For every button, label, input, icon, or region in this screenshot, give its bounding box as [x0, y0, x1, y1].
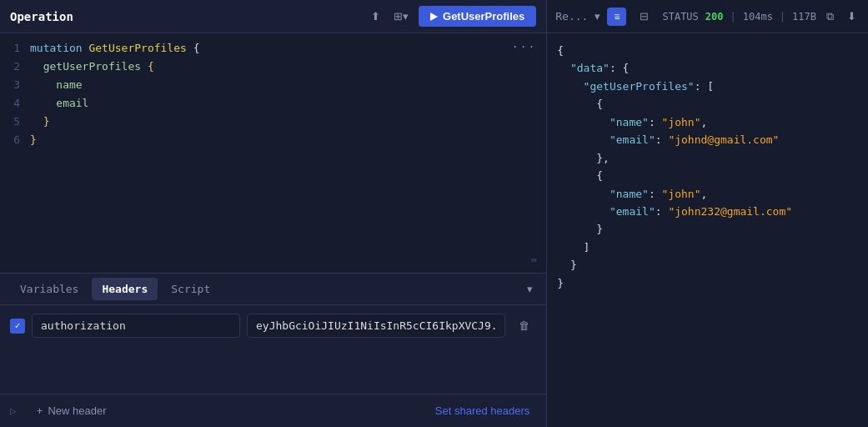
checkmark-icon: ✓	[15, 320, 21, 331]
new-header-button[interactable]: + New header	[30, 401, 113, 420]
code-token: }	[30, 115, 49, 128]
shared-headers-button[interactable]: Set shared headers	[429, 401, 536, 420]
response-time: 104ms	[743, 11, 773, 23]
json-line: }	[557, 220, 858, 238]
layers-button[interactable]: ⊞ ▾	[390, 7, 412, 26]
code-token: }	[30, 133, 37, 146]
play-icon	[430, 13, 438, 21]
left-panel: Operation ⬆ ⊞ ▾ GetUserProfiles ··· 1mut…	[0, 0, 547, 427]
trash-icon: 🗑	[519, 319, 529, 332]
tab-variables[interactable]: Variables	[10, 278, 88, 300]
line-number: 4	[0, 95, 30, 113]
code-line: 3 name	[0, 77, 546, 95]
table-view-icon: ⊟	[640, 10, 649, 23]
table-view-button[interactable]: ⊟	[633, 7, 655, 26]
code-line: 4 email	[0, 95, 546, 113]
plus-icon: +	[37, 404, 43, 417]
line-content: name	[30, 77, 546, 94]
list-view-icon: ≡	[614, 11, 620, 23]
copy-response-button[interactable]: ⧉	[823, 7, 837, 27]
code-lines: 1mutation GetUserProfiles {2 getUserProf…	[0, 40, 546, 150]
code-token: name	[30, 78, 83, 91]
headers-content: ✓ 🗑	[0, 305, 546, 394]
json-line: {	[557, 167, 858, 184]
line-content: }	[30, 113, 546, 131]
line-number: 6	[0, 132, 30, 149]
right-panel: Re... ▾ ≡ ⊟ STATUS 200 | 104ms | 117B ⧉	[547, 0, 868, 427]
download-icon: ⬇	[847, 10, 856, 23]
code-token: getUserProfiles	[30, 60, 141, 73]
operation-header: Operation ⬆ ⊞ ▾ GetUserProfiles	[0, 0, 546, 33]
new-header-label: New header	[48, 404, 106, 417]
code-line: 2 getUserProfiles {	[0, 58, 546, 77]
json-line: ]	[557, 239, 858, 256]
line-number: 5	[0, 113, 30, 131]
json-line: {	[557, 95, 858, 113]
status-label: STATUS	[662, 11, 698, 23]
header-actions: ⬆ ⊞ ▾ GetUserProfiles	[368, 6, 536, 27]
main-layout: Operation ⬆ ⊞ ▾ GetUserProfiles ··· 1mut…	[0, 0, 868, 427]
line-number: 3	[0, 77, 30, 94]
status-code: 200	[705, 11, 724, 23]
chevron-icon: ▾	[403, 10, 409, 23]
chevron-down-icon: ▾	[595, 10, 600, 23]
header-checkbox[interactable]: ✓	[10, 319, 25, 334]
json-line: {	[557, 42, 858, 59]
status-badge: STATUS 200 | 104ms | 117B	[662, 11, 816, 23]
response-chevron-button[interactable]: ▾	[595, 10, 600, 23]
code-token: GetUserProfiles	[88, 42, 186, 54]
delete-header-button[interactable]: 🗑	[512, 316, 536, 335]
list-view-button[interactable]: ≡	[607, 8, 626, 26]
tab-script[interactable]: Script	[161, 278, 220, 300]
run-button-label: GetUserProfiles	[443, 10, 524, 23]
code-line: 6}	[0, 132, 546, 150]
json-line: "email": "johnd@gmail.com"	[557, 131, 858, 148]
operation-title: Operation	[10, 10, 73, 23]
json-line: }	[557, 274, 858, 292]
code-token: mutation	[30, 42, 88, 54]
code-token: email	[30, 97, 88, 109]
line-content: }	[30, 132, 546, 149]
line-content: mutation GetUserProfiles {	[30, 40, 546, 58]
code-line: 1mutation GetUserProfiles {	[0, 40, 546, 58]
tab-headers[interactable]: Headers	[92, 278, 158, 300]
json-line: "email": "john232@gmail.com"	[557, 203, 858, 220]
tab-bar: Variables Headers Script ▾	[0, 274, 546, 305]
copy-icon: ⧉	[826, 10, 834, 23]
script-icon: ▷	[10, 404, 17, 417]
code-token: {	[187, 42, 200, 54]
response-body: { "data": { "getUserProfiles": [ { "name…	[547, 33, 868, 427]
line-content: getUserProfiles {	[30, 58, 546, 76]
share-button[interactable]: ⬆	[368, 7, 384, 26]
header-name-input[interactable]	[32, 314, 240, 338]
layers-icon: ⊞	[394, 10, 403, 23]
json-line: "data": {	[557, 59, 858, 77]
script-icon-area: ▷	[10, 404, 17, 417]
collapse-icon: ▾	[527, 283, 533, 295]
line-number: 2	[0, 58, 30, 76]
collapse-button[interactable]: ▾	[524, 279, 536, 299]
response-title: Re...	[555, 10, 588, 23]
header-value-input[interactable]	[247, 314, 505, 338]
bottom-panel: Variables Headers Script ▾ ✓ 🗑	[0, 273, 546, 427]
run-button[interactable]: GetUserProfiles	[419, 6, 536, 27]
code-token: {	[141, 60, 154, 73]
json-line: "name": "john",	[557, 185, 858, 203]
json-line: }	[557, 256, 858, 274]
json-line: },	[557, 149, 858, 167]
header-row: ✓ 🗑	[10, 314, 536, 338]
line-content: email	[30, 95, 546, 113]
share-icon: ⬆	[371, 10, 380, 23]
response-size: 117B	[792, 11, 816, 23]
json-line: "getUserProfiles": [	[557, 78, 858, 95]
bottom-actions: ▷ + New header Set shared headers	[0, 394, 546, 427]
line-number: 1	[0, 40, 30, 58]
code-editor[interactable]: ··· 1mutation GetUserProfiles {2 getUser…	[0, 33, 546, 273]
dots-menu[interactable]: ···	[512, 40, 536, 53]
json-lines: { "data": { "getUserProfiles": [ { "name…	[557, 42, 858, 292]
download-response-button[interactable]: ⬇	[844, 7, 860, 26]
json-line: "name": "john",	[557, 113, 858, 131]
response-header: Re... ▾ ≡ ⊟ STATUS 200 | 104ms | 117B ⧉	[547, 0, 868, 33]
keyboard-icon: ⌨	[531, 255, 537, 266]
code-line: 5 }	[0, 113, 546, 132]
